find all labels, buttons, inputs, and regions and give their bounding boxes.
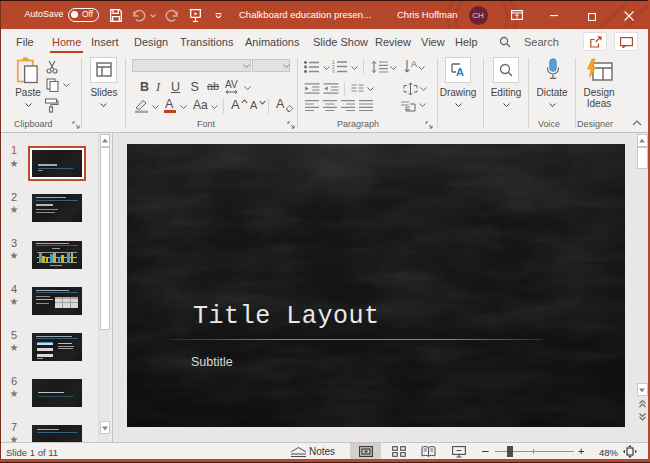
svg-text:AV: AV [225,79,238,90]
svg-text:A: A [456,66,464,77]
svg-text:A: A [411,59,417,69]
svg-text:3: 3 [332,70,335,74]
